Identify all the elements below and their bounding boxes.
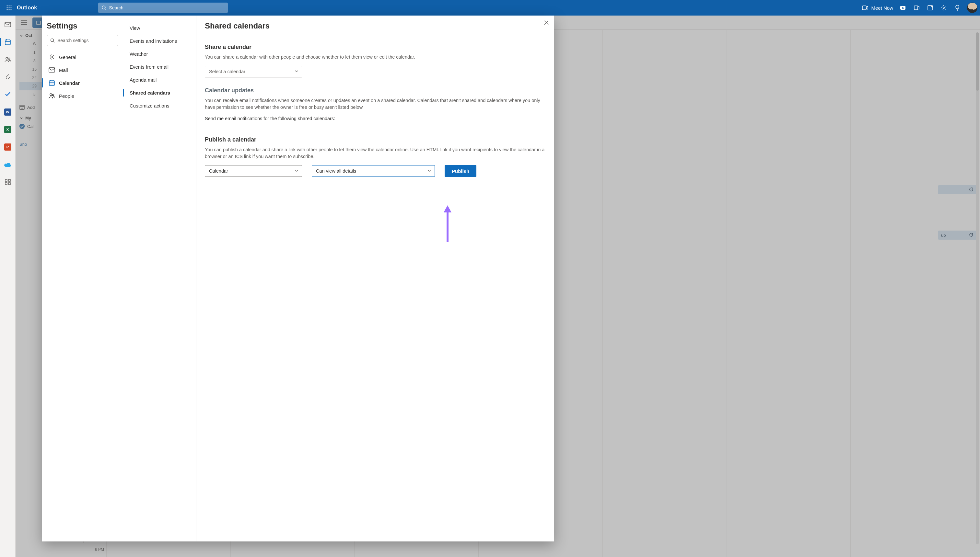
rail-todo-icon[interactable] [3, 90, 13, 100]
svg-point-8 [10, 9, 11, 10]
subnav-label: View [130, 25, 140, 31]
settings-subnav: View Events and invitations Weather Even… [123, 16, 196, 541]
publish-button[interactable]: Publish [444, 165, 476, 177]
svg-rect-11 [862, 6, 866, 10]
search-placeholder: Search [109, 5, 124, 10]
svg-point-6 [7, 9, 7, 10]
svg-point-47 [50, 94, 52, 96]
svg-point-24 [8, 58, 10, 60]
rail-people-icon[interactable] [3, 54, 13, 65]
svg-rect-27 [5, 182, 7, 185]
publish-description: You can publish a calendar and share a l… [205, 147, 546, 160]
subnav-label: Agenda mail [130, 77, 157, 83]
subnav-weather[interactable]: Weather [128, 47, 193, 60]
chevron-down-icon [428, 168, 431, 174]
rail-excel-icon[interactable]: X [3, 124, 13, 135]
annotation-arrow-icon [441, 204, 454, 242]
updates-description-2: Send me email notifications for the foll… [205, 116, 546, 121]
subnav-events-from-email[interactable]: Events from email [128, 60, 193, 73]
svg-text:S: S [902, 6, 904, 10]
subnav-label: Weather [130, 51, 148, 57]
rail-mail-icon[interactable] [3, 20, 13, 30]
publish-button-label: Publish [452, 168, 469, 174]
select-placeholder: Select a calendar [209, 69, 245, 74]
svg-point-2 [10, 5, 11, 6]
svg-rect-14 [914, 6, 918, 10]
divider [205, 129, 546, 129]
settings-search-placeholder: Search settings [57, 38, 89, 43]
meet-now-button[interactable]: Meet Now [862, 5, 893, 11]
global-search[interactable]: Search [98, 3, 228, 13]
publish-calendar-select[interactable]: Calendar [205, 165, 302, 177]
settings-content: Shared calendars Share a calendar You ca… [196, 16, 554, 541]
svg-point-41 [51, 56, 53, 58]
select-value: Can view all details [316, 168, 356, 174]
rail-more-apps-icon[interactable] [3, 177, 13, 187]
svg-rect-28 [8, 182, 10, 185]
rail-calendar-icon[interactable] [3, 37, 13, 47]
settings-nav-label: Mail [59, 67, 68, 73]
rail-onedrive-icon[interactable] [3, 159, 13, 170]
skype-icon[interactable]: S [899, 4, 907, 11]
settings-nav-label: People [59, 93, 74, 99]
svg-point-0 [7, 5, 7, 6]
page-title: Shared calendars [205, 21, 546, 31]
settings-search[interactable]: Search settings [47, 35, 118, 46]
svg-point-23 [6, 57, 8, 59]
select-value: Calendar [209, 168, 228, 174]
gear-icon[interactable] [940, 4, 947, 11]
app-header: Outlook Search Meet Now S [0, 0, 980, 16]
svg-point-4 [8, 7, 10, 8]
svg-point-1 [8, 5, 10, 6]
settings-nav-people[interactable]: People [47, 90, 118, 102]
rail-powerpoint-icon[interactable]: P [3, 142, 13, 152]
subnav-label: Shared calendars [130, 90, 170, 96]
svg-rect-18 [5, 22, 11, 27]
settings-nav-general[interactable]: General [47, 50, 118, 64]
updates-heading: Calendar updates [205, 87, 546, 94]
rail-files-icon[interactable] [3, 72, 13, 82]
updates-description: You can receive email notifications when… [205, 97, 546, 111]
settings-sidebar: Settings Search settings General Mail Ca… [42, 16, 123, 541]
publish-heading: Publish a calendar [205, 136, 546, 143]
chevron-down-icon [295, 168, 299, 174]
svg-point-9 [102, 6, 105, 9]
subnav-view[interactable]: View [128, 21, 193, 34]
share-calendar-select[interactable]: Select a calendar [205, 66, 302, 77]
subnav-agenda-mail[interactable]: Agenda mail [128, 73, 193, 86]
brand-label: Outlook [17, 5, 37, 11]
settings-nav-label: Calendar [59, 80, 80, 86]
settings-nav-calendar[interactable]: Calendar [47, 77, 118, 90]
avatar[interactable] [967, 3, 977, 13]
svg-point-3 [7, 7, 7, 8]
svg-point-7 [8, 9, 10, 10]
svg-point-39 [51, 39, 54, 42]
publish-permission-select[interactable]: Can view all details [312, 165, 435, 177]
svg-rect-15 [918, 7, 919, 9]
svg-line-10 [105, 9, 106, 10]
settings-modal: Settings Search settings General Mail Ca… [42, 16, 554, 541]
svg-point-5 [10, 7, 11, 8]
close-button[interactable] [544, 20, 549, 26]
svg-rect-25 [5, 179, 7, 181]
subnav-events-invitations[interactable]: Events and invitations [128, 34, 193, 47]
settings-title: Settings [47, 21, 118, 31]
chevron-down-icon [295, 69, 299, 74]
subnav-customize-actions[interactable]: Customize actions [128, 99, 193, 112]
svg-point-17 [943, 7, 944, 8]
svg-rect-42 [49, 68, 55, 72]
svg-line-40 [54, 41, 54, 42]
teams-icon[interactable] [913, 4, 920, 11]
subnav-label: Events and invitations [130, 38, 177, 44]
settings-nav-mail[interactable]: Mail [47, 64, 118, 77]
lightbulb-icon[interactable] [954, 4, 961, 11]
app-launcher-icon[interactable] [3, 1, 16, 14]
rail-word-icon[interactable]: W [3, 107, 13, 117]
svg-rect-19 [5, 40, 10, 45]
svg-rect-26 [8, 179, 10, 181]
share-heading: Share a calendar [205, 44, 546, 50]
svg-rect-43 [49, 81, 54, 85]
subnav-shared-calendars[interactable]: Shared calendars [128, 86, 193, 99]
settings-nav-label: General [59, 54, 76, 60]
notes-icon[interactable] [926, 4, 934, 11]
